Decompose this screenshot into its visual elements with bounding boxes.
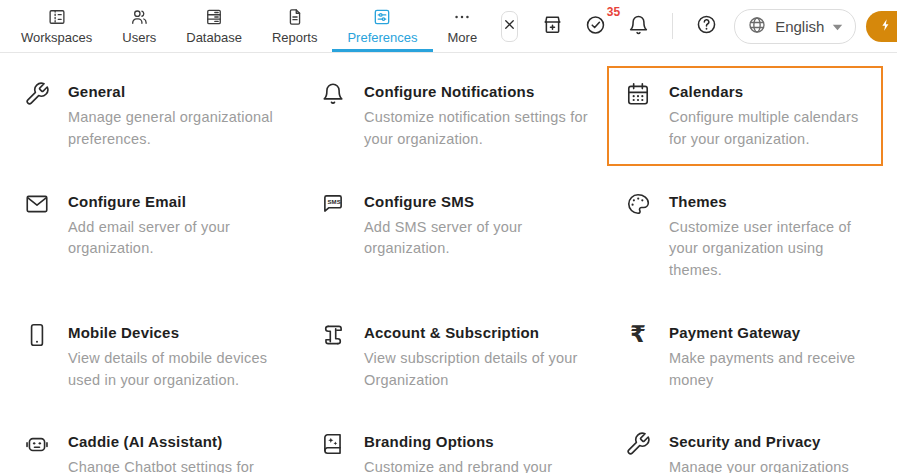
marketplace-button[interactable] (541, 13, 564, 39)
vertical-divider (672, 13, 673, 39)
card-description: View subscription details of your Organi… (364, 348, 589, 392)
palette-icon (625, 191, 651, 217)
reports-icon (285, 7, 305, 27)
nav-tabs: Workspaces Users Database Reports Prefer… (6, 0, 492, 52)
tab-workspaces[interactable]: Workspaces (6, 0, 107, 52)
card-description: Configure multiple calendars for your or… (669, 107, 865, 151)
card-title: Calendars (669, 83, 865, 100)
help-button[interactable] (695, 13, 718, 39)
card-description: Add SMS server of your organization. (364, 217, 589, 261)
top-navigation-bar: Workspaces Users Database Reports Prefer… (0, 0, 897, 53)
card-title: Account & Subscription (364, 324, 589, 341)
pref-card-configure-notifications[interactable]: Configure Notifications Customize notifi… (302, 66, 607, 166)
card-title: Mobile Devices (68, 324, 284, 341)
globe-icon (747, 15, 767, 38)
card-description: View details of mobile devices used in y… (68, 348, 284, 392)
card-title: Configure Notifications (364, 83, 589, 100)
pref-card-configure-sms[interactable]: SMS Configure SMS Add SMS server of your… (302, 176, 607, 297)
mobile-phone-icon (24, 322, 50, 348)
pref-card-branding-options[interactable]: Branding Options Customize and rebrand y… (302, 416, 607, 473)
pref-card-configure-email[interactable]: Configure Email Add email server of your… (6, 176, 302, 297)
close-icon (502, 17, 517, 35)
help-icon (695, 13, 718, 39)
scroll-icon (320, 322, 346, 348)
language-label: English (775, 18, 824, 35)
envelope-icon (24, 191, 50, 217)
dev-mode-button[interactable]: Dev (866, 11, 897, 42)
marketplace-store-icon (541, 13, 564, 39)
card-description: Customize notification settings for your… (364, 107, 589, 151)
tab-label: Reports (272, 30, 318, 45)
card-description: Customize and rebrand your account detai… (364, 457, 589, 473)
card-description: Customize user interface of your organiz… (669, 217, 865, 282)
pref-card-account-subscription[interactable]: Account & Subscription View subscription… (302, 307, 607, 407)
card-title: Caddie (AI Assistant) (68, 433, 284, 450)
card-description: Manage general organizational preference… (68, 107, 284, 151)
pref-card-calendars[interactable]: Calendars Configure multiple calendars f… (607, 66, 883, 166)
more-icon (452, 7, 472, 27)
notifications-button[interactable] (627, 13, 650, 39)
pref-card-mobile-devices[interactable]: Mobile Devices View details of mobile de… (6, 307, 302, 407)
tab-more[interactable]: More (433, 0, 493, 52)
close-button[interactable] (501, 11, 518, 42)
tab-label: Preferences (347, 30, 417, 45)
card-title: General (68, 83, 284, 100)
preferences-icon (372, 7, 392, 27)
wrench-icon (625, 431, 651, 457)
bell-icon (320, 81, 346, 107)
sms-icon: SMS (320, 191, 346, 217)
card-description: Manage your organizations security and p… (669, 457, 865, 473)
lightning-bolt-icon (879, 17, 893, 36)
card-title: Branding Options (364, 433, 589, 450)
database-icon (204, 7, 224, 27)
card-description: Make payments and receive money (669, 348, 865, 392)
card-description: Change Chatbot settings for your organiz… (68, 457, 284, 473)
pref-card-payment-gateway[interactable]: ₹ Payment Gateway Make payments and rece… (607, 307, 883, 407)
pref-card-themes[interactable]: Themes Customize user interface of your … (607, 176, 883, 297)
card-title: Configure SMS (364, 193, 589, 210)
chevron-down-icon (832, 18, 843, 35)
pref-card-caddie-ai-assistant[interactable]: Caddie (AI Assistant) Change Chatbot set… (6, 416, 302, 473)
check-circle-icon (584, 13, 607, 39)
notification-count-badge: 35 (607, 5, 620, 19)
users-icon (129, 7, 149, 27)
wrench-icon (24, 81, 50, 107)
card-title: Security and Privacy (669, 433, 865, 450)
rupee-icon: ₹ (625, 322, 651, 348)
card-title: Themes (669, 193, 865, 210)
tab-label: Database (186, 30, 242, 45)
language-selector[interactable]: English (734, 9, 856, 44)
tasks-button[interactable]: 35 (584, 13, 607, 39)
calendar-icon (625, 81, 651, 107)
bell-icon (627, 13, 650, 39)
card-title: Configure Email (68, 193, 284, 210)
pref-card-security-privacy[interactable]: Security and Privacy Manage your organiz… (607, 416, 883, 473)
robot-icon (24, 431, 50, 457)
topbar-right-group: English Dev (660, 9, 897, 44)
card-description: Add email server of your organization. (68, 217, 284, 261)
workspaces-icon (47, 7, 67, 27)
tab-preferences[interactable]: Preferences (332, 0, 432, 52)
svg-text:SMS: SMS (328, 198, 341, 204)
preferences-grid: General Manage general organizational pr… (6, 66, 897, 473)
tab-reports[interactable]: Reports (257, 0, 333, 52)
tab-database[interactable]: Database (171, 0, 257, 52)
branding-book-icon (320, 431, 346, 457)
tab-label: Workspaces (21, 30, 92, 45)
tab-users[interactable]: Users (107, 0, 171, 52)
tab-label: Users (122, 30, 156, 45)
card-title: Payment Gateway (669, 324, 865, 341)
tab-label: More (448, 30, 478, 45)
pref-card-general[interactable]: General Manage general organizational pr… (6, 66, 302, 166)
